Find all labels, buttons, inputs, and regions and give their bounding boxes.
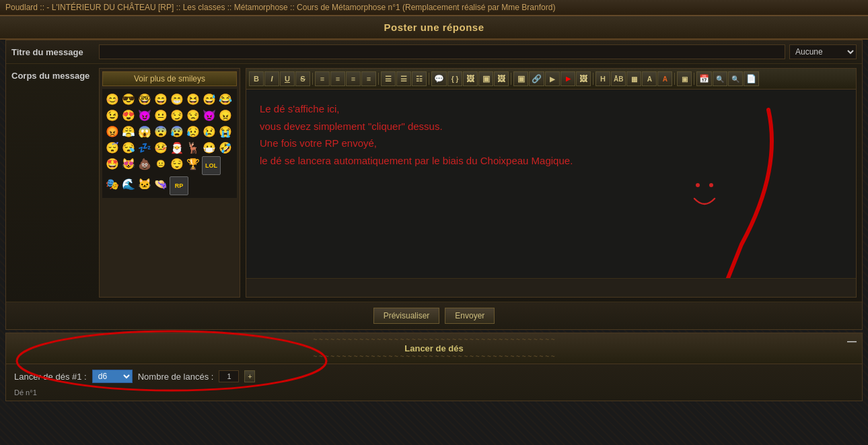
dice-launches-label: Nombre de lancés : xyxy=(138,372,214,382)
smiley-12[interactable]: 😐 xyxy=(153,108,168,123)
smiley-17[interactable]: 😡 xyxy=(105,124,120,139)
smiley-rp[interactable]: RP xyxy=(170,176,188,195)
smiley-22[interactable]: 😥 xyxy=(186,124,201,139)
toolbar-sep-5 xyxy=(593,73,593,85)
align-justify-button[interactable]: ≡ xyxy=(361,71,376,86)
smiley-39[interactable]: 🎭 xyxy=(105,176,120,191)
bold-button[interactable]: B xyxy=(249,71,264,86)
link-img-button[interactable]: 🔗 xyxy=(529,71,544,86)
title-row: Titre du message Aucune xyxy=(6,40,862,64)
smiley-42[interactable]: 👒 xyxy=(153,176,168,191)
smiley-20[interactable]: 😨 xyxy=(153,124,168,139)
font-size-button[interactable]: A xyxy=(642,71,657,86)
smileys-panel: Voir plus de smileys 😊 😎 🤓 😄 😁 😆 😅 😂 😉 😍… xyxy=(99,68,240,298)
smiley-25[interactable]: 😴 xyxy=(105,140,120,155)
smiley-6[interactable]: 😆 xyxy=(186,92,201,106)
smiley-11[interactable]: 😈 xyxy=(137,108,152,123)
image2-button[interactable]: 🖼 xyxy=(576,71,591,86)
align-left-button[interactable]: ≡ xyxy=(315,71,330,86)
smiley-34[interactable]: 😻 xyxy=(121,156,136,171)
calendar-button[interactable]: 📅 xyxy=(696,71,712,86)
smiley-7[interactable]: 😅 xyxy=(202,92,217,106)
editor-line-4: le dé se lancera automatiquement par le … xyxy=(260,152,842,170)
font-button[interactable]: ĀB xyxy=(611,71,626,86)
smiley-28[interactable]: 🤒 xyxy=(153,140,168,155)
smiley-40[interactable]: 🌊 xyxy=(121,176,136,191)
title-label: Titre du message xyxy=(11,47,99,57)
special-char-button[interactable]: ▦ xyxy=(626,71,641,86)
toolbar-sep-7 xyxy=(694,73,694,85)
smiley-24[interactable]: 😭 xyxy=(218,124,233,139)
breadcrumb: Poudlard :: - L'INTÉRIEUR DU CHÂTEAU [RP… xyxy=(0,0,868,15)
smiley-lol[interactable]: LOL xyxy=(202,156,221,175)
page-wrapper: Poudlard :: - L'INTÉRIEUR DU CHÂTEAU [RP… xyxy=(0,0,868,401)
smiley-15[interactable]: 👿 xyxy=(202,108,217,123)
fullscreen-button[interactable]: 📄 xyxy=(744,71,759,86)
table-button[interactable]: ▣ xyxy=(478,71,493,86)
title-select[interactable]: Aucune xyxy=(789,44,857,59)
smiley-30[interactable]: 🦌 xyxy=(186,140,201,155)
heading-button[interactable]: H xyxy=(595,71,610,86)
video-button[interactable]: ▶ xyxy=(545,71,560,86)
smiley-32[interactable]: 🤣 xyxy=(218,140,233,155)
dice-launches-input[interactable] xyxy=(219,370,239,382)
frame-button[interactable]: ▣ xyxy=(513,71,528,86)
list-ordered-button[interactable]: ☰ xyxy=(381,71,396,86)
smiley-9[interactable]: 😉 xyxy=(105,108,120,123)
strikethrough-button[interactable]: S xyxy=(295,71,310,86)
image-button[interactable]: 🖼 xyxy=(463,71,478,86)
smiley-face-icon xyxy=(681,170,728,217)
italic-button[interactable]: I xyxy=(264,71,279,86)
smiley-21[interactable]: 😰 xyxy=(170,124,184,139)
dice-header: Lancer de dés — xyxy=(6,333,862,364)
preview-button[interactable]: Prévisualiser xyxy=(373,308,440,324)
smiley-26[interactable]: 😪 xyxy=(121,140,136,155)
quote-button[interactable]: 💬 xyxy=(431,71,447,86)
font-color-button[interactable]: A xyxy=(657,71,672,86)
more-button[interactable]: ▣ xyxy=(677,71,692,86)
list-unordered-button[interactable]: ☰ xyxy=(396,71,411,86)
send-button[interactable]: Envoyer xyxy=(445,308,495,324)
smiley-4[interactable]: 😄 xyxy=(153,92,168,106)
smiley-35[interactable]: 💩 xyxy=(137,156,152,171)
align-center-button[interactable]: ≡ xyxy=(330,71,345,86)
smiley-5[interactable]: 😁 xyxy=(170,92,184,106)
smiley-41[interactable]: 🐱 xyxy=(137,176,152,191)
smiley-8[interactable]: 😂 xyxy=(218,92,233,106)
body-row: Corps du message Voir plus de smileys 😊 … xyxy=(6,64,862,302)
youtube-button[interactable]: ▶ xyxy=(560,71,575,86)
smiley-10[interactable]: 😍 xyxy=(121,108,136,123)
media-button[interactable]: 🖼 xyxy=(494,71,509,86)
smiley-16[interactable]: 😠 xyxy=(218,108,233,123)
smiley-18[interactable]: 😤 xyxy=(121,124,136,139)
smileys-more-button[interactable]: Voir plus de smileys xyxy=(102,71,237,86)
smiley-37[interactable]: 😌 xyxy=(170,156,184,171)
smiley-36[interactable]: 😐 xyxy=(153,156,168,171)
smileys-grid: 😊 😎 🤓 😄 😁 😆 😅 😂 😉 😍 😈 😐 😏 😒 👿 xyxy=(102,89,237,198)
code-button[interactable]: { } xyxy=(447,71,462,86)
smiley-3[interactable]: 🤓 xyxy=(137,92,152,106)
align-right-button[interactable]: ≡ xyxy=(346,71,361,86)
dice-type-select[interactable]: d6 d4 d8 d10 d12 d20 xyxy=(92,370,133,383)
zoom-out-button[interactable]: 🔍 xyxy=(728,71,743,86)
smiley-13[interactable]: 😏 xyxy=(170,108,184,123)
post-form: Titre du message Aucune Corps du message… xyxy=(5,40,863,330)
smiley-1[interactable]: 😊 xyxy=(105,92,120,106)
smiley-33[interactable]: 🤩 xyxy=(105,156,120,171)
smiley-38[interactable]: 🏆 xyxy=(186,156,201,171)
dice-add-button[interactable]: + xyxy=(244,370,255,382)
dice-collapse-button[interactable]: — xyxy=(847,336,857,347)
smiley-19[interactable]: 😱 xyxy=(137,124,152,139)
editor-area[interactable]: Le dé s'affiche ici, vous devez simpleme… xyxy=(246,90,856,278)
underline-button[interactable]: U xyxy=(280,71,295,86)
smiley-14[interactable]: 😒 xyxy=(186,108,201,123)
title-input[interactable] xyxy=(99,44,785,59)
smiley-31[interactable]: 😷 xyxy=(202,140,217,155)
editor-line-3: Une fois votre RP envoyé, xyxy=(260,135,842,152)
smiley-2[interactable]: 😎 xyxy=(121,92,136,106)
indent-button[interactable]: ☷ xyxy=(412,71,427,86)
smiley-27[interactable]: 💤 xyxy=(137,140,152,155)
smiley-23[interactable]: 😢 xyxy=(202,124,217,139)
smiley-29[interactable]: 🎅 xyxy=(170,140,184,155)
zoom-in-button[interactable]: 🔍 xyxy=(713,71,727,86)
